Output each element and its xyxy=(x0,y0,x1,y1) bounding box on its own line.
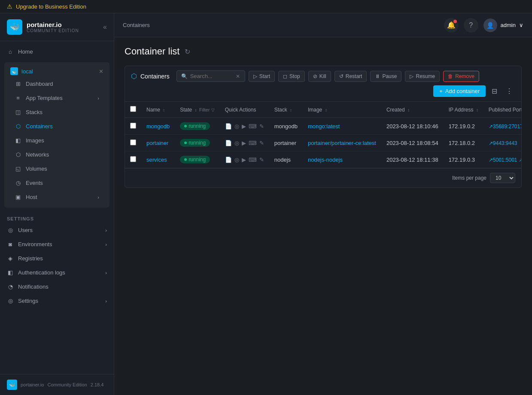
name-column-header[interactable]: Name ↕ xyxy=(141,102,175,118)
stop-button[interactable]: ◻ Stop xyxy=(278,71,305,82)
edit-icon[interactable]: ✎ xyxy=(259,140,264,146)
app-templates-icon: ≡ xyxy=(15,95,21,101)
sidebar-item-settings[interactable]: ◎ Settings › xyxy=(0,294,114,308)
table-scroll[interactable]: Name ↕ State ↕ Filter ▽ Quick Actions St… xyxy=(125,102,521,168)
table-row: servicesrunning 📄 ◎ ▶ ⌨ ✎ nodejsnodejs-n… xyxy=(125,151,521,168)
sidebar-collapse-button[interactable]: « xyxy=(103,23,107,31)
sidebar-item-registries[interactable]: ◈ Registries xyxy=(0,251,114,265)
environment-section: 🐋 local ✕ ⊞ Dashboard ≡ App Templates › … xyxy=(4,62,109,208)
sidebar-item-label: Users xyxy=(18,227,33,233)
sidebar-item-label: Containers xyxy=(26,123,53,130)
sidebar-item-images[interactable]: ◧ Images xyxy=(8,133,106,148)
upgrade-banner[interactable]: ⚠ Upgrade to Business Edition xyxy=(0,0,532,13)
created-column-header[interactable]: Created ↕ xyxy=(381,102,444,118)
panel-toolbar: ⬡ Containers 🔍 ✕ ▷ Start ◻ Stop xyxy=(125,66,521,102)
quick-actions: 📄 ◎ ▶ ⌨ ✎ xyxy=(225,123,264,130)
port-link[interactable]: ↗5002:5002 xyxy=(519,157,521,163)
add-container-button[interactable]: + Add container xyxy=(433,85,486,97)
edit-icon[interactable]: ✎ xyxy=(259,157,264,163)
attach-icon[interactable]: ⌨ xyxy=(249,140,257,146)
more-options-button[interactable]: ⋮ xyxy=(503,85,515,97)
image-column-header[interactable]: Image ↕ xyxy=(303,102,381,118)
image-link[interactable]: mongo:latest xyxy=(308,123,340,130)
select-all-header[interactable] xyxy=(125,102,141,118)
search-clear-button[interactable]: ✕ xyxy=(236,73,240,79)
grid-view-button[interactable]: ⊟ xyxy=(489,85,500,97)
attach-icon[interactable]: ⌨ xyxy=(249,157,257,163)
refresh-button[interactable]: ↻ xyxy=(185,48,190,56)
sidebar-item-label: Dashboard xyxy=(26,81,53,87)
logs-icon[interactable]: 📄 xyxy=(225,140,232,146)
networks-icon: ⬡ xyxy=(15,151,21,158)
environment-close-button[interactable]: ✕ xyxy=(99,68,103,75)
edit-icon[interactable]: ✎ xyxy=(259,123,264,130)
quick-actions-column-header: Quick Actions xyxy=(220,102,269,118)
sidebar-item-environments[interactable]: ◙ Environments › xyxy=(0,237,114,251)
user-menu[interactable]: 👤 admin ∨ xyxy=(483,18,523,32)
created-cell: 2023-08-12 18:10:46 xyxy=(381,118,444,135)
stats-icon[interactable]: ◎ xyxy=(234,140,239,146)
attach-icon[interactable]: ⌨ xyxy=(249,123,257,130)
sidebar-item-home[interactable]: ⌂ Home xyxy=(0,45,114,59)
state-column-header[interactable]: State ↕ Filter ▽ xyxy=(175,102,220,118)
container-name-link[interactable]: services xyxy=(146,157,167,163)
console-icon[interactable]: ▶ xyxy=(242,123,246,130)
sidebar-item-dashboard[interactable]: ⊞ Dashboard xyxy=(8,77,106,91)
port-link[interactable]: ↗9443:9443 xyxy=(489,140,517,146)
port-link[interactable]: ↗35689:27017 xyxy=(489,124,521,130)
resume-button[interactable]: ▷ Resume xyxy=(405,71,440,82)
sidebar-item-stacks[interactable]: ◫ Stacks xyxy=(8,105,106,119)
console-icon[interactable]: ▶ xyxy=(242,157,246,163)
logs-icon[interactable]: 📄 xyxy=(225,123,232,130)
port-link[interactable]: ↗5001:5001 xyxy=(489,157,517,163)
pause-button[interactable]: ⏸ Pause xyxy=(370,71,401,82)
row-checkbox[interactable] xyxy=(130,139,136,145)
stats-icon[interactable]: ◎ xyxy=(234,123,239,130)
sidebar-item-volumes[interactable]: ◱ Volumes xyxy=(8,162,106,176)
status-badge: running xyxy=(180,139,210,147)
container-name-link[interactable]: portainer xyxy=(146,140,168,146)
pause-icon: ⏸ xyxy=(375,73,380,79)
sidebar-item-events[interactable]: ◷ Events xyxy=(8,176,106,190)
image-link[interactable]: nodejs-nodejs xyxy=(308,157,343,163)
search-input[interactable] xyxy=(190,73,233,79)
sidebar-item-label: Networks xyxy=(26,151,49,158)
table-row: portainerrunning 📄 ◎ ▶ ⌨ ✎ portainerport… xyxy=(125,135,521,151)
remove-button[interactable]: 🗑 Remove xyxy=(443,71,479,82)
sidebar-item-networks[interactable]: ⬡ Networks xyxy=(8,148,106,162)
help-button[interactable]: ? xyxy=(464,18,478,33)
ip-column-header[interactable]: IP Address ↕ xyxy=(444,102,483,118)
main-content: Containers 🔔 ? 👤 admin ∨ Container lis xyxy=(114,13,532,395)
stack-column-header[interactable]: Stack ↕ xyxy=(269,102,303,118)
search-box[interactable]: 🔍 ✕ xyxy=(176,70,245,82)
sidebar-item-users[interactable]: ◎ Users › xyxy=(0,223,114,237)
sidebar-item-host[interactable]: ▣ Host › xyxy=(8,190,106,204)
created-cell: 2023-08-12 18:08:54 xyxy=(381,135,444,151)
sidebar-item-containers[interactable]: ⬡ Containers xyxy=(8,119,106,133)
restart-button[interactable]: ↺ Restart xyxy=(334,71,367,82)
notifications-button[interactable]: 🔔 xyxy=(444,18,459,33)
panel-title-area: ⬡ Containers xyxy=(131,72,170,80)
kill-button[interactable]: ⊘ Kill xyxy=(308,71,331,82)
per-page-select[interactable]: 10 25 50 100 xyxy=(490,173,515,183)
warning-icon: ⚠ xyxy=(7,3,12,10)
sort-icon: ↕ xyxy=(195,108,197,112)
row-checkbox[interactable] xyxy=(130,156,136,162)
stats-icon[interactable]: ◎ xyxy=(234,157,239,163)
remove-icon: 🗑 xyxy=(448,73,453,79)
quick-actions: 📄 ◎ ▶ ⌨ ✎ xyxy=(225,157,264,163)
start-button[interactable]: ▷ Start xyxy=(249,71,275,82)
sort-icon: ↕ xyxy=(476,108,478,112)
restart-icon: ↺ xyxy=(339,73,344,79)
select-all-checkbox[interactable] xyxy=(130,106,136,112)
sidebar-item-label: Host xyxy=(26,194,37,200)
sidebar-item-notifications[interactable]: ◔ Notifications xyxy=(0,280,114,294)
console-icon[interactable]: ▶ xyxy=(242,140,246,146)
images-icon: ◧ xyxy=(15,137,21,144)
container-name-link[interactable]: mongodb xyxy=(146,123,170,130)
sidebar-item-auth-logs[interactable]: ◧ Authentication logs › xyxy=(0,265,114,280)
row-checkbox[interactable] xyxy=(130,123,136,129)
logs-icon[interactable]: 📄 xyxy=(225,157,232,163)
image-link[interactable]: portainer/portainer-ce:latest xyxy=(308,140,376,146)
sidebar-item-app-templates[interactable]: ≡ App Templates › xyxy=(8,91,106,105)
